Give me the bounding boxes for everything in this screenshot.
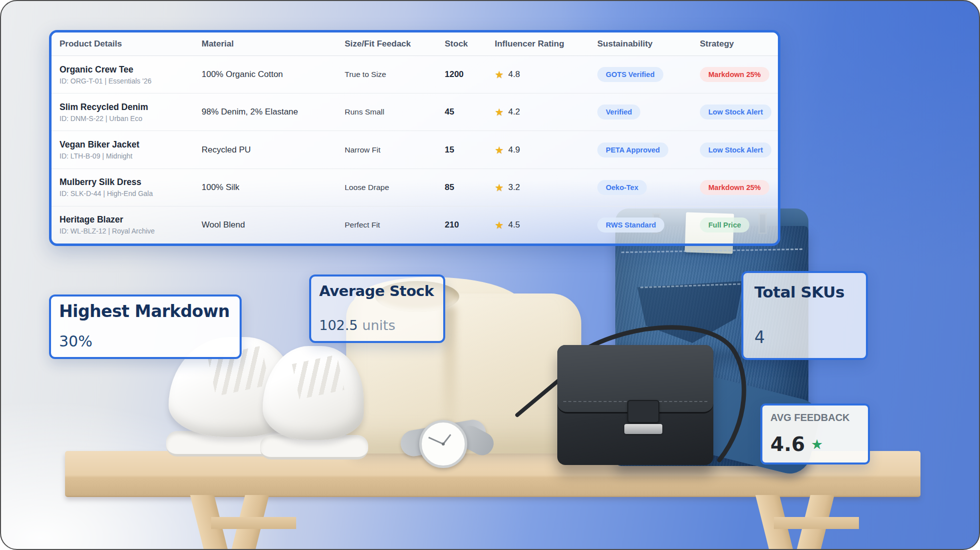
influencer-rating-cell: ★ 3.2 [495, 182, 597, 194]
bag-metal-clasp [624, 424, 662, 434]
sustainability-cell: Oeko-Tex [597, 180, 700, 195]
average-stock-title: Average Stock [319, 282, 435, 300]
product-id: ID: SLK-D-44 | High-End Gala [60, 190, 202, 198]
size-fit-cell: Runs Small [345, 108, 445, 116]
size-fit-cell: Perfect Fit [345, 220, 445, 230]
star-icon: ★ [495, 106, 504, 118]
sustainability-cell: PETA Approved [597, 142, 700, 158]
column-header-stock: Stock [445, 39, 495, 49]
column-header-strategy: Strategy [700, 39, 778, 49]
material-cell: 100% Silk [202, 182, 345, 192]
table-header-row: Product Details Material Size/Fit Feedac… [52, 32, 778, 56]
star-icon: ★ [495, 219, 504, 231]
product-name: Organic Crew Tee [60, 64, 202, 76]
watch-center [442, 442, 445, 446]
sustainability-cell: Verified [597, 104, 700, 120]
highest-markdown-title: Highest Markdown [59, 302, 232, 321]
product-details-cell: Heritage Blazer ID: WL-BLZ-12 | Royal Ar… [60, 214, 202, 235]
average-stock-number: 102.5 [319, 318, 358, 333]
column-header-material: Material [202, 39, 345, 49]
bag-clasp-tab [627, 400, 659, 423]
table-row[interactable]: Heritage Blazer ID: WL-BLZ-12 | Royal Ar… [52, 206, 778, 244]
avg-feedback-row: 4.6 ★ [770, 433, 860, 456]
sustainability-cell: GOTS Verified [597, 67, 700, 82]
table-body: Organic Crew Tee ID: ORG-T-01 | Essentia… [52, 56, 778, 244]
avg-feedback-value: 4.6 [770, 433, 805, 456]
rating-value: 3.2 [508, 182, 520, 192]
column-header-influencer-rating: Influencer Rating [495, 39, 597, 49]
product-id: ID: WL-BLZ-12 | Royal Archive [60, 227, 202, 235]
green-star-icon: ★ [811, 436, 823, 452]
rating-value: 4.8 [508, 70, 520, 80]
avg-feedback-card: AVG FEEDBACK 4.6 ★ [760, 404, 870, 464]
bench-rail [211, 517, 296, 529]
strategy-badge: Low Stock Alert [700, 142, 771, 158]
material-cell: Recycled PU [202, 145, 345, 155]
stock-cell: 45 [445, 107, 495, 117]
influencer-rating-cell: ★ 4.2 [495, 106, 597, 118]
product-name: Mulberry Silk Dress [60, 177, 202, 188]
sustainability-badge: PETA Approved [597, 142, 668, 158]
product-details-cell: Slim Recycled Denim ID: DNM-S-22 | Urban… [60, 102, 202, 122]
stock-cell: 1200 [445, 70, 495, 80]
column-header-product-details: Product Details [60, 39, 202, 49]
strategy-cell: Full Price [700, 218, 778, 232]
material-cell: 100% Organic Cotton [202, 70, 345, 80]
star-icon: ★ [495, 182, 504, 194]
average-stock-value: 102.5 units [319, 318, 435, 333]
avg-feedback-label: AVG FEEDBACK [770, 412, 860, 424]
average-stock-card: Average Stock 102.5 units [309, 274, 445, 343]
column-header-sustainability: Sustainability [597, 39, 700, 49]
stock-cell: 85 [445, 182, 495, 192]
size-fit-cell: True to Size [345, 70, 445, 79]
screenshot-canvas: Product Details Material Size/Fit Feedac… [0, 0, 980, 550]
column-header-size-fit: Size/Fit Feedack [345, 39, 445, 49]
strategy-badge: Full Price [700, 218, 749, 232]
influencer-rating-cell: ★ 4.8 [495, 68, 597, 80]
material-cell: 98% Denim, 2% Elastane [202, 107, 345, 117]
product-details-cell: Vegan Biker Jacket ID: LTH-B-09 | Midnig… [60, 140, 202, 160]
material-cell: Wool Blend [202, 220, 345, 230]
product-id: ID: ORG-T-01 | Essentials '26 [60, 77, 202, 85]
sustainability-badge: Oeko-Tex [597, 180, 647, 195]
total-skus-title: Total SKUs [754, 283, 855, 301]
table-row[interactable]: Organic Crew Tee ID: ORG-T-01 | Essentia… [52, 56, 778, 93]
total-skus-value: 4 [754, 328, 855, 347]
watch-face [419, 420, 467, 468]
strategy-badge: Markdown 25% [700, 67, 769, 82]
sustainability-cell: RWS Standard [597, 218, 700, 232]
highest-markdown-card: Highest Markdown 30% [49, 294, 242, 359]
product-id: ID: DNM-S-22 | Urban Eco [60, 114, 202, 122]
rating-value: 4.5 [508, 220, 520, 230]
star-icon: ★ [495, 68, 504, 80]
strategy-cell: Markdown 25% [700, 67, 778, 82]
highest-markdown-value: 30% [59, 332, 232, 350]
strategy-cell: Low Stock Alert [700, 104, 778, 120]
stock-cell: 210 [445, 220, 495, 230]
table-row[interactable]: Slim Recycled Denim ID: DNM-S-22 | Urban… [52, 93, 778, 130]
stock-cell: 15 [445, 145, 495, 155]
influencer-rating-cell: ★ 4.9 [495, 144, 597, 156]
product-id: ID: LTH-B-09 | Midnight [60, 152, 202, 160]
sustainability-badge: Verified [597, 104, 640, 120]
strategy-badge: Markdown 25% [700, 180, 769, 195]
strategy-cell: Low Stock Alert [700, 142, 778, 158]
sustainability-badge: RWS Standard [597, 218, 664, 232]
strategy-badge: Low Stock Alert [700, 104, 771, 120]
product-name: Vegan Biker Jacket [60, 140, 202, 150]
product-details-cell: Organic Crew Tee ID: ORG-T-01 | Essentia… [60, 64, 202, 85]
influencer-rating-cell: ★ 4.5 [495, 219, 597, 231]
product-name: Slim Recycled Denim [60, 102, 202, 113]
average-stock-unit: units [358, 318, 395, 333]
rating-value: 4.2 [508, 107, 520, 117]
strategy-cell: Markdown 25% [700, 180, 778, 195]
product-details-cell: Mulberry Silk Dress ID: SLK-D-44 | High-… [60, 177, 202, 198]
table-row[interactable]: Vegan Biker Jacket ID: LTH-B-09 | Midnig… [52, 130, 778, 168]
rating-value: 4.9 [508, 145, 520, 155]
star-icon: ★ [495, 144, 504, 156]
size-fit-cell: Loose Drape [345, 183, 445, 192]
total-skus-card: Total SKUs 4 [741, 271, 868, 360]
sustainability-badge: GOTS Verified [597, 67, 663, 82]
size-fit-cell: Narrow Fit [345, 146, 445, 154]
table-row[interactable]: Mulberry Silk Dress ID: SLK-D-44 | High-… [52, 168, 778, 206]
